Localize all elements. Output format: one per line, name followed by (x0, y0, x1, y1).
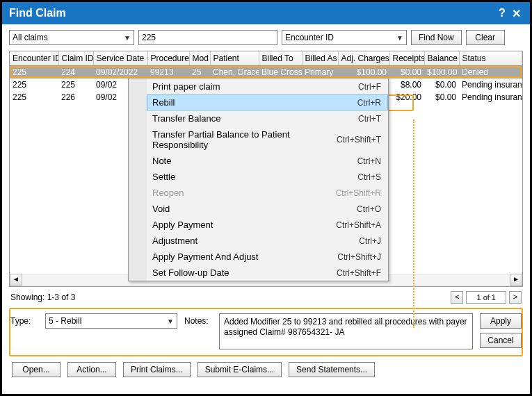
cancel-button[interactable]: Cancel (480, 333, 522, 348)
chevron-down-icon: ▼ (167, 317, 174, 325)
status-row: Showing: 1-3 of 3 < 1 of 1 > (2, 287, 530, 308)
results-grid: Encounter IDClaim IDService DateProcedur… (9, 51, 523, 287)
table-row[interactable]: 22522409/02/20229921325Chen, GraceBlue C… (10, 66, 522, 79)
menu-item[interactable]: Apply PaymentCtrl+Shift+A (147, 217, 388, 233)
menu-item[interactable]: RebillCtrl+R (147, 94, 388, 110)
menu-item[interactable]: Apply Payment And AdjustCtrl+Shift+J (147, 249, 388, 265)
type-combo[interactable]: 5 - Rebill ▼ (45, 313, 177, 329)
bottom-bar: Open... Action... Print Claims... Submit… (2, 355, 530, 384)
open-button[interactable]: Open... (12, 362, 61, 377)
notes-label: Notes: (184, 313, 212, 326)
page-next-button[interactable]: > (509, 291, 522, 304)
scroll-left-button[interactable]: ◄ (10, 274, 22, 286)
close-button[interactable]: ✕ (509, 7, 523, 20)
chevron-down-icon: ▼ (396, 34, 403, 42)
titlebar: Find Claim ? ✕ (2, 2, 530, 24)
menu-item[interactable]: AdjustmentCtrl+J (147, 233, 388, 249)
search-by-value: Encounter ID (285, 33, 334, 42)
type-combo-value: 5 - Rebill (49, 316, 81, 326)
column-header[interactable]: Procedure (147, 51, 189, 66)
showing-label: Showing: 1-3 of 3 (10, 292, 75, 302)
scroll-right-button[interactable]: ► (510, 274, 522, 286)
annotation-connector (413, 119, 414, 328)
search-input[interactable]: 225 (138, 30, 277, 45)
column-header[interactable]: Billed To (259, 51, 302, 66)
column-header[interactable]: Mod (189, 51, 210, 66)
column-header[interactable]: Billed As (302, 51, 338, 66)
page-prev-button[interactable]: < (451, 291, 463, 304)
column-header[interactable]: Encounter ID (10, 51, 58, 66)
context-menu: Print paper claimCtrl+FRebillCtrl+RTrans… (128, 78, 389, 281)
filter-combo-value: All claims (13, 33, 48, 42)
chevron-down-icon: ▼ (124, 34, 131, 42)
menu-item[interactable]: Transfer Partial Balance to Patient Resp… (147, 126, 388, 153)
find-now-button[interactable]: Find Now (411, 30, 462, 45)
search-toolbar: All claims ▼ 225 Encounter ID ▼ Find Now… (2, 24, 530, 51)
column-header[interactable]: Claim ID (58, 51, 93, 66)
page-display: 1 of 1 (466, 291, 506, 304)
menu-item[interactable]: Print paper claimCtrl+F (147, 79, 388, 94)
notes-value: Added Modifier 25 to 99213 and rebilled … (224, 317, 467, 337)
menu-item[interactable]: SettleCtrl+S (147, 169, 388, 185)
type-label: Type: (10, 313, 38, 326)
menu-item[interactable]: NoteCtrl+N (147, 153, 388, 169)
notes-textarea[interactable]: Added Modifier 25 to 99213 and rebilled … (219, 313, 473, 349)
column-header[interactable]: Patient (210, 51, 259, 66)
clear-button[interactable]: Clear (466, 30, 505, 45)
column-header[interactable]: Balance (424, 51, 459, 66)
print-claims-button[interactable]: Print Claims... (123, 362, 191, 377)
send-statements-button[interactable]: Send Statements... (289, 362, 375, 377)
column-header[interactable]: Adj. Charges (338, 51, 389, 66)
menu-item[interactable]: Set Follow-up DateCtrl+Shift+F (147, 265, 388, 281)
column-header[interactable]: Receipts (389, 51, 424, 66)
filter-combo[interactable]: All claims ▼ (9, 30, 134, 45)
apply-button[interactable]: Apply (480, 313, 522, 329)
action-button[interactable]: Action... (67, 362, 116, 377)
submit-eclaims-button[interactable]: Submit E-Claims... (198, 362, 282, 377)
help-button[interactable]: ? (495, 7, 509, 19)
menu-item[interactable]: Transfer BalanceCtrl+T (147, 110, 388, 126)
window-title: Find Claim (9, 7, 66, 19)
form-row: Type: 5 - Rebill ▼ Notes: Added Modifier… (2, 308, 530, 355)
menu-item: ReopenCtrl+Shift+R (147, 185, 388, 201)
column-header[interactable]: Service Date (93, 51, 147, 66)
column-header[interactable]: Status (459, 51, 522, 66)
search-by-combo[interactable]: Encounter ID ▼ (282, 30, 407, 45)
menu-item[interactable]: VoidCtrl+O (147, 201, 388, 217)
search-input-value: 225 (142, 33, 156, 42)
